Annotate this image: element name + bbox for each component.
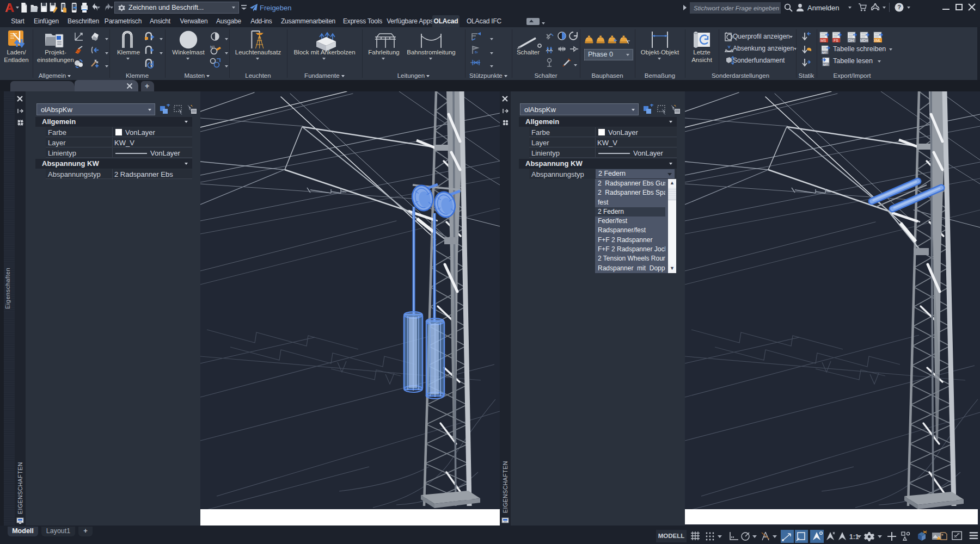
svg-text:MS: MS <box>820 39 826 42</box>
svg-text:1:1: 1:1 <box>849 533 859 541</box>
svg-text:Br: Br <box>475 51 478 54</box>
svg-text:MT: MT <box>822 51 827 54</box>
svg-text:DH: DH <box>848 39 854 42</box>
svg-text:MDH: MDH <box>860 39 868 42</box>
svg-text:FS: FS <box>834 39 838 42</box>
svg-text:MT: MT <box>823 63 828 66</box>
svg-text:?: ? <box>897 4 901 10</box>
svg-text:XML: XML <box>874 39 881 42</box>
